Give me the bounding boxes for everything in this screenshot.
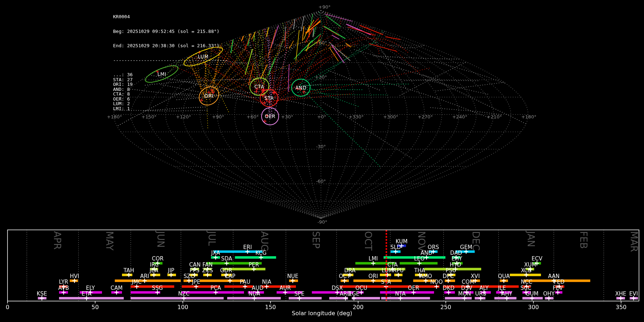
count-line-sta: STA: 27: [113, 77, 228, 82]
count-line-and: AND: 8: [113, 87, 228, 92]
radiant-circle-sta: STA: [260, 89, 278, 107]
count-line-lum: LUM: 2: [113, 101, 228, 106]
meteor-observation-screen: { "header": { "station": "KR0004", "beg_…: [0, 0, 644, 322]
radiant-circle-oer: OER: [261, 107, 279, 125]
radiant-label-cta: CTA: [254, 84, 264, 89]
count-line-cta: CTA: 8: [113, 92, 228, 97]
radiant-label-oer: OER: [265, 113, 275, 119]
radiant-label-and: AND: [295, 85, 306, 91]
count-line-lmi: LMI: 1: [113, 106, 228, 111]
x-axis-title: Solar longitude (deg): [0, 310, 644, 317]
observation-info-block: KR0004 Beg: 20251029 09:52:45 (sol = 215…: [113, 5, 228, 116]
station-id: KR0004: [113, 14, 228, 19]
radiant-map-canvas: [0, 0, 644, 225]
separator-line: ----------------------------------------…: [113, 58, 228, 63]
radiant-circle-and: AND: [291, 79, 311, 97]
shower-count-list: ...: 36STA: 27ORI: 19AND: 8CTA: 8OER: 6L…: [113, 72, 228, 111]
radiant-label-sta: STA: [264, 95, 274, 101]
count-line-ori: ORI: 19: [113, 82, 228, 87]
end-time-line: End: 20251029 20:38:30 (sol = 216.33°): [113, 43, 228, 48]
begin-time-line: Beg: 20251029 09:52:45 (sol = 215.88°): [113, 29, 228, 34]
count-line-sporadic: ...: 36: [113, 72, 228, 77]
activity-timeline-canvas: [0, 225, 644, 322]
count-line-oer: OER: 6: [113, 97, 228, 102]
